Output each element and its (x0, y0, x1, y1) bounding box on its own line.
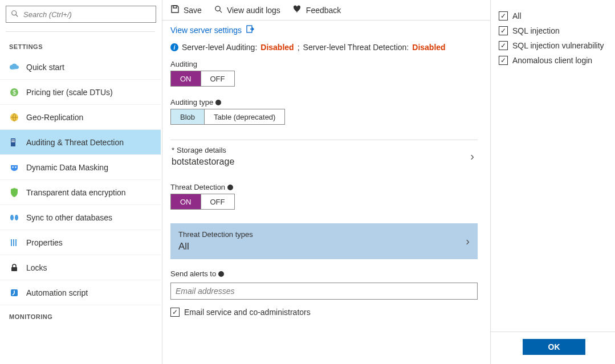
search-input[interactable] (23, 10, 151, 19)
sidebar-item-automation[interactable]: Automation script (0, 280, 161, 305)
svg-rect-7 (11, 141, 15, 142)
svg-rect-13 (13, 239, 14, 246)
save-icon (170, 5, 180, 15)
sidebar-item-label: Properties (26, 238, 63, 247)
search-icon (11, 10, 19, 19)
threat-type-option-anomalous-login[interactable]: ✓ Anomalous client login (499, 56, 607, 65)
alert-email-input[interactable] (170, 283, 478, 300)
checkbox-icon[interactable]: ✓ (499, 41, 508, 50)
sidebar-item-auditing[interactable]: Auditing & Threat Detection (0, 130, 161, 155)
globe-icon (9, 112, 19, 122)
status-auditing-value: Disabled (260, 43, 294, 52)
sidebar-item-pricing[interactable]: $ Pricing tier (scale DTUs) (0, 80, 161, 105)
auditing-toggle[interactable]: ON OFF (170, 71, 235, 87)
chevron-right-icon: › (470, 150, 474, 163)
threat-on[interactable]: ON (171, 194, 201, 209)
option-label: SQL injection (512, 26, 560, 35)
mask-icon (9, 162, 19, 173)
properties-icon (9, 238, 19, 248)
storage-value: botstatestorage (172, 157, 234, 167)
auditing-type-toggle[interactable]: Blob Table (deprecated) (170, 109, 285, 125)
search-box[interactable] (6, 6, 156, 23)
sidebar-item-quick-start[interactable]: Quick start (0, 55, 161, 80)
sidebar-item-properties[interactable]: Properties (0, 230, 161, 255)
status-threat-label: Server-level Threat Detection: (303, 43, 409, 52)
option-label: Anomalous client login (512, 56, 592, 65)
auditing-label: Auditing (170, 60, 478, 68)
checkbox-icon[interactable]: ✓ (170, 308, 180, 317)
threat-type-option-all[interactable]: ✓ All (499, 11, 607, 21)
svg-point-11 (15, 215, 18, 220)
view-server-settings-link[interactable]: View server settings (170, 25, 478, 35)
threat-type-option-sql-injection[interactable]: ✓ SQL injection (499, 26, 607, 35)
chevron-right-icon: › (466, 235, 470, 248)
email-coadmins-label: Email service and co-administrators (184, 308, 311, 317)
checkbox-icon[interactable]: ✓ (499, 11, 508, 21)
storage-details-row[interactable]: *Storage details botstatestorage › (170, 140, 478, 177)
checkbox-icon[interactable]: ✓ (499, 56, 508, 65)
toolbar: Save View audit logs Feedback (162, 0, 490, 21)
svg-rect-14 (15, 239, 17, 246)
sidebar-item-label: Sync to other databases (26, 213, 112, 222)
save-button[interactable]: Save (170, 5, 202, 15)
svg-point-10 (10, 215, 14, 220)
sidebar-item-label: Quick start (26, 63, 64, 72)
info-icon: i (170, 43, 178, 51)
server-icon (9, 137, 19, 148)
sidebar-item-label: Dynamic Data Masking (26, 163, 108, 172)
auditing-type-label: Auditing type (170, 98, 478, 107)
sidebar-item-sync[interactable]: Sync to other databases (0, 205, 161, 230)
shield-icon (9, 187, 19, 198)
help-icon[interactable] (227, 185, 233, 190)
audit-logs-label: View audit logs (227, 6, 280, 15)
help-icon[interactable] (215, 100, 221, 105)
svg-rect-12 (11, 239, 12, 246)
svg-point-0 (12, 10, 17, 15)
auditing-type-blob[interactable]: Blob (171, 109, 204, 124)
status-threat-value: Disabled (412, 43, 445, 52)
sidebar-item-tde[interactable]: Transparent data encryption (0, 180, 161, 205)
threat-detection-label: Threat Detection (170, 183, 478, 191)
sidebar-item-masking[interactable]: Dynamic Data Masking (0, 155, 161, 180)
sidebar-item-geo[interactable]: Geo-Replication (0, 105, 161, 130)
sidebar: SETTINGS Quick start $ Pricing tier (sca… (0, 0, 162, 364)
threat-off[interactable]: OFF (201, 194, 234, 209)
main-panel: Save View audit logs Feedback View serve… (162, 0, 491, 364)
svg-rect-6 (11, 140, 15, 141)
sidebar-item-label: Automation script (26, 288, 88, 297)
view-audit-logs-button[interactable]: View audit logs (214, 5, 280, 15)
required-star: * (172, 146, 174, 154)
heart-icon (293, 5, 302, 15)
alerts-label: Send alerts to (170, 269, 478, 278)
checkbox-icon[interactable]: ✓ (499, 26, 508, 35)
help-icon[interactable] (218, 271, 224, 277)
auditing-type-table[interactable]: Table (deprecated) (204, 109, 284, 124)
threat-types-card[interactable]: Threat Detection types All › (170, 223, 478, 259)
svg-point-18 (215, 6, 220, 10)
popout-icon (246, 25, 254, 35)
auditing-on[interactable]: ON (171, 71, 201, 86)
sidebar-item-label: Locks (26, 263, 47, 272)
sidebar-item-locks[interactable]: Locks (0, 255, 161, 280)
feedback-button[interactable]: Feedback (293, 5, 341, 15)
svg-rect-15 (11, 267, 17, 271)
link-label: View server settings (170, 26, 242, 35)
lock-icon (9, 263, 19, 273)
threat-detection-toggle[interactable]: ON OFF (170, 194, 235, 210)
sidebar-item-label: Transparent data encryption (26, 188, 126, 197)
svg-point-9 (15, 166, 16, 167)
threat-type-option-sql-vuln[interactable]: ✓ SQL injection vulnerability (499, 41, 607, 50)
auditing-off[interactable]: OFF (201, 71, 234, 86)
svg-point-8 (12, 166, 13, 167)
option-label: SQL injection vulnerability (512, 41, 604, 50)
magnifier-icon (214, 5, 223, 15)
ok-button[interactable]: OK (523, 339, 585, 355)
svg-rect-17 (173, 6, 177, 8)
divider (6, 31, 155, 32)
email-coadmins-row[interactable]: ✓ Email service and co-administrators (170, 308, 478, 317)
cloud-icon (9, 62, 19, 72)
svg-text:$: $ (13, 89, 16, 96)
divider (491, 332, 615, 332)
section-settings: SETTINGS (0, 35, 161, 55)
sidebar-item-label: Geo-Replication (26, 113, 83, 122)
